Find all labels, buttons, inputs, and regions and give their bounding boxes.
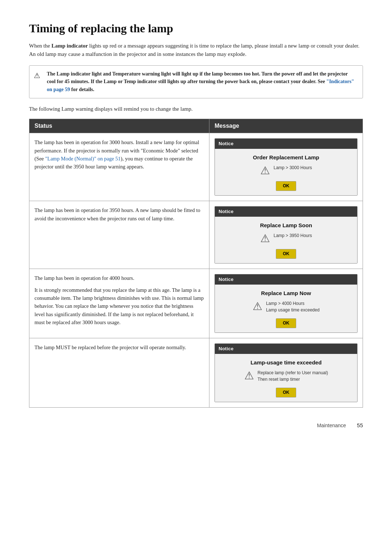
- section-label: Maintenance: [317, 423, 346, 428]
- message-cell-3: Notice Replace Lamp Now ⚠ Lamp > 4000 Ho…: [209, 269, 363, 338]
- notice-details-4: Replace lamp (refer to User manual) Then…: [258, 370, 328, 383]
- notice-details-2: Lamp > 3950 Hours: [274, 232, 312, 239]
- warning-box: ⚠ The Lamp indicator light and Temperatu…: [29, 65, 363, 98]
- notice-detail1-3: Lamp > 4000 Hours: [266, 300, 319, 307]
- notice-title-3: Replace Lamp Now: [261, 289, 311, 297]
- notice-body-2: Replace Lamp Soon ⚠ Lamp > 3950 Hours OK: [215, 217, 357, 263]
- notice-details-1: Lamp > 3000 Hours: [274, 164, 312, 171]
- ok-button-4[interactable]: OK: [276, 388, 296, 397]
- lamp-warning-table: Status Message The lamp has been in oper…: [29, 119, 363, 408]
- ok-button-3[interactable]: OK: [276, 318, 296, 328]
- notice-warn-icon-4: ⚠: [244, 370, 254, 381]
- status-cell-2: The lamp has been in operation for 3950 …: [29, 201, 209, 269]
- table-row: The lamp has been in operation for 3950 …: [29, 201, 363, 269]
- ok-button-2[interactable]: OK: [276, 249, 296, 259]
- notice-inner-2: ⚠ Lamp > 3950 Hours: [220, 232, 352, 244]
- notice-header-4: Notice: [215, 344, 357, 354]
- page-title: Timing of replacing the lamp: [29, 22, 363, 35]
- status-column-header: Status: [29, 119, 209, 133]
- notice-warn-icon-1: ⚠: [260, 165, 270, 176]
- notice-detail2-3: Lamp usage time exceeded: [266, 307, 319, 313]
- notice-body-1: Order Replacement Lamp ⚠ Lamp > 3000 Hou…: [215, 149, 357, 195]
- ok-button-1[interactable]: OK: [276, 181, 296, 191]
- message-column-header: Message: [209, 119, 363, 133]
- notice-title-2: Replace Lamp Soon: [260, 221, 312, 229]
- notice-header-1: Notice: [215, 139, 357, 149]
- page-number: 55: [357, 422, 363, 428]
- notice-header-3: Notice: [215, 274, 357, 285]
- notice-detail1-2: Lamp > 3950 Hours: [274, 233, 312, 238]
- notice-inner-3: ⚠ Lamp > 4000 Hours Lamp usage time exce…: [220, 300, 352, 313]
- intro-paragraph: When the Lamp indicator lights up red or…: [29, 42, 363, 59]
- table-row: The lamp MUST be replaced before the pro…: [29, 338, 363, 408]
- notice-body-4: Lamp-usage time exceeded ⚠ Replace lamp …: [215, 354, 357, 402]
- notice-warn-icon-3: ⚠: [253, 301, 262, 312]
- notice-card-1: Notice Order Replacement Lamp ⚠ Lamp > 3…: [215, 138, 358, 196]
- table-row: The lamp has been in operation for 4000 …: [29, 269, 363, 338]
- warning-text-bold: The Lamp indicator light and Temperature…: [47, 71, 354, 92]
- notice-details-3: Lamp > 4000 Hours Lamp usage time exceed…: [266, 300, 319, 313]
- notice-title-1: Order Replacement Lamp: [253, 153, 319, 162]
- notice-card-2: Notice Replace Lamp Soon ⚠ Lamp > 3950 H…: [215, 206, 358, 264]
- reminder-text: The following Lamp warning displays will…: [29, 105, 363, 113]
- message-cell-2: Notice Replace Lamp Soon ⚠ Lamp > 3950 H…: [209, 201, 363, 269]
- status-cell-3: The lamp has been in operation for 4000 …: [29, 269, 209, 338]
- warning-icon: ⚠: [34, 70, 40, 81]
- message-cell-1: Notice Order Replacement Lamp ⚠ Lamp > 3…: [209, 133, 363, 201]
- notice-inner-4: ⚠ Replace lamp (refer to User manual) Th…: [220, 370, 352, 383]
- notice-detail1-4: Replace lamp (refer to User manual): [258, 370, 328, 376]
- notice-card-4: Notice Lamp-usage time exceeded ⚠ Replac…: [215, 343, 358, 402]
- notice-warn-icon-2: ⚠: [260, 233, 270, 244]
- table-row: The lamp has been in operation for 3000 …: [29, 133, 363, 201]
- notice-detail2-4: Then reset lamp timer: [258, 376, 328, 383]
- lamp-mode-link-1[interactable]: "Lamp Mode (Normal)" on page 51: [45, 156, 121, 162]
- indicators-link[interactable]: "Indicators" on page 59: [47, 79, 354, 92]
- notice-header-2: Notice: [215, 207, 357, 217]
- notice-detail1-1: Lamp > 3000 Hours: [274, 165, 312, 170]
- page-footer: Maintenance 55: [29, 422, 363, 428]
- notice-title-4: Lamp-usage time exceeded: [250, 358, 322, 367]
- status-cell-4: The lamp MUST be replaced before the pro…: [29, 338, 209, 408]
- notice-body-3: Replace Lamp Now ⚠ Lamp > 4000 Hours Lam…: [215, 285, 357, 332]
- notice-inner-1: ⚠ Lamp > 3000 Hours: [220, 164, 352, 176]
- notice-card-3: Notice Replace Lamp Now ⚠ Lamp > 4000 Ho…: [215, 274, 358, 333]
- status-cell-1: The lamp has been in operation for 3000 …: [29, 133, 209, 201]
- message-cell-4: Notice Lamp-usage time exceeded ⚠ Replac…: [209, 338, 363, 408]
